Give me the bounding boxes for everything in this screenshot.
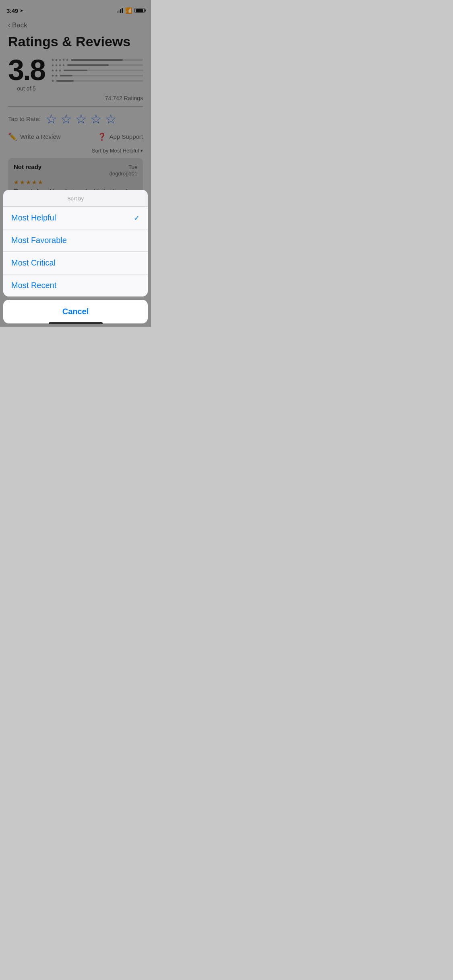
sort-option-most-helpful[interactable]: Most Helpful ✓	[3, 207, 148, 229]
sort-most-helpful-label: Most Helpful	[11, 213, 56, 222]
action-sheet-title: Sort by	[3, 190, 148, 207]
sort-option-most-recent[interactable]: Most Recent	[3, 274, 148, 296]
sort-option-most-favorable[interactable]: Most Favorable	[3, 229, 148, 252]
sort-most-favorable-label: Most Favorable	[11, 236, 67, 245]
action-sheet: Sort by Most Helpful ✓ Most Favorable Mo…	[3, 190, 148, 296]
action-sheet-container: Sort by Most Helpful ✓ Most Favorable Mo…	[0, 190, 151, 327]
sort-option-most-critical[interactable]: Most Critical	[3, 252, 148, 274]
sort-most-recent-label: Most Recent	[11, 281, 56, 290]
sort-most-critical-label: Most Critical	[11, 258, 56, 268]
cancel-button[interactable]: Cancel	[3, 300, 148, 323]
checkmark-icon: ✓	[134, 214, 140, 222]
